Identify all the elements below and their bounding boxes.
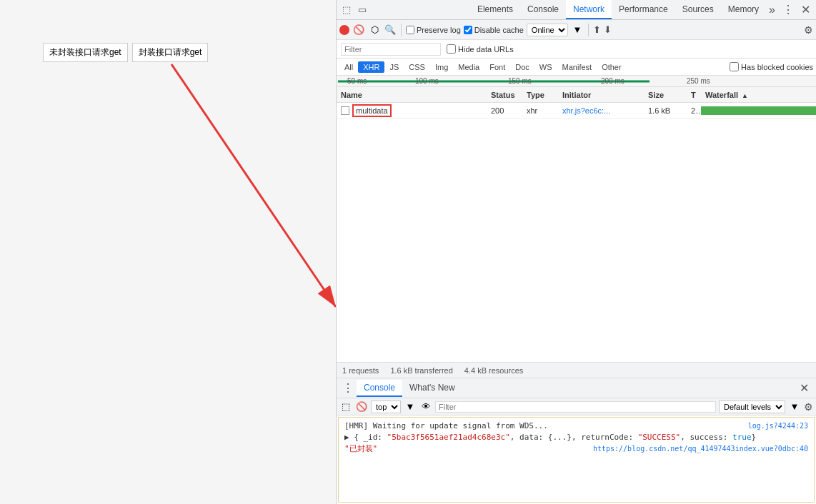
type-tab-font[interactable]: Font	[484, 61, 510, 73]
console-output: [HMR] Waiting for update signal from WDS…	[338, 417, 815, 503]
timeline-label-250: 250 ms	[687, 77, 710, 85]
th-status[interactable]: Status	[487, 91, 522, 99]
console-level-select[interactable]: Default levels	[719, 400, 785, 413]
timeline-label-50: 50 ms	[347, 77, 367, 85]
encapsulated-btn[interactable]: 封装接口请求get	[132, 43, 209, 62]
context-arrow-icon[interactable]: ▼	[404, 400, 417, 413]
tab-console[interactable]: Console	[520, 0, 566, 19]
table-header: Name Status Type Initiator Size T Waterf…	[337, 87, 816, 103]
timeline-label-100: 100 ms	[415, 77, 439, 85]
filter-icon[interactable]: ⬡	[368, 24, 381, 36]
waterfall-sort-icon: ▲	[742, 92, 748, 99]
th-waterfall[interactable]: Waterfall ▲	[701, 91, 816, 99]
console-eye-icon[interactable]: 👁	[419, 400, 432, 413]
tabs-right: » ⋮ ✕	[766, 3, 813, 16]
console-line-3-ref: https://blog.csdn.net/qq_41497443	[593, 443, 735, 455]
status-requests: 1 requests	[342, 366, 379, 375]
divider1	[401, 24, 402, 36]
levels-arrow-icon[interactable]: ▼	[788, 400, 801, 413]
tab-network[interactable]: Network	[566, 0, 612, 19]
hide-data-urls-label[interactable]: Hide data URLs	[447, 44, 514, 54]
td-initiator: xhr.js?ec6c:...	[558, 106, 644, 115]
waterfall-bar	[701, 106, 816, 115]
type-tab-ws[interactable]: WS	[534, 61, 557, 73]
console-line-1: [HMR] Waiting for update signal from WDS…	[344, 420, 808, 432]
timeline-bar: 50 ms 100 ms 150 ms 200 ms 250 ms	[337, 76, 816, 87]
clear-icon[interactable]: 🚫	[352, 24, 365, 36]
td-type: xhr	[522, 106, 558, 115]
console-line-2: ▶ { _id: "5bac3f5651aef21ad4c68e3c", dat…	[344, 432, 808, 443]
filter-bar: Hide data URLs	[337, 40, 816, 59]
preserve-log-label[interactable]: Preserve log	[406, 26, 461, 34]
console-settings-icon[interactable]: ⚙	[804, 401, 813, 413]
preserve-log-checkbox[interactable]	[406, 26, 414, 34]
type-tab-img[interactable]: Img	[430, 61, 453, 73]
disable-cache-label[interactable]: Disable cache	[464, 26, 524, 34]
type-tab-all[interactable]: All	[339, 61, 358, 73]
bottom-tab-bar: ⋮ Console What's New ✕	[337, 378, 816, 398]
type-tab-css[interactable]: CSS	[404, 61, 430, 73]
bottom-tab-whatsnew[interactable]: What's New	[402, 380, 462, 397]
type-tab-doc[interactable]: Doc	[510, 61, 534, 73]
throttle-arrow-icon[interactable]: ▼	[571, 24, 584, 36]
type-tab-js[interactable]: JS	[384, 61, 404, 73]
page-area: 未封装接口请求get 封装接口请求get	[0, 0, 336, 504]
td-t: 2.	[687, 106, 701, 115]
svg-line-1	[171, 64, 336, 307]
console-context-select[interactable]: top	[371, 400, 401, 413]
divider2	[588, 24, 589, 36]
tab-sources[interactable]: Sources	[675, 0, 721, 19]
table-body: multidata 200 xhr xhr.js?ec6c:... 1.6 kB…	[337, 103, 816, 362]
network-settings-icon[interactable]: ⚙	[804, 24, 813, 36]
devtools-more-icon[interactable]: ⋮	[780, 3, 797, 16]
bottom-panel-dot-icon[interactable]: ⋮	[339, 381, 357, 395]
console-filter-input[interactable]	[435, 401, 716, 413]
bottom-tab-console[interactable]: Console	[357, 380, 402, 397]
type-tab-manifest[interactable]: Manifest	[557, 61, 597, 73]
th-t[interactable]: T	[687, 91, 701, 99]
has-blocked-checkbox[interactable]	[730, 62, 739, 71]
devtools-close-icon[interactable]: ✕	[798, 3, 813, 16]
td-name: multidata	[337, 104, 487, 117]
type-tab-media[interactable]: Media	[453, 61, 484, 73]
throttle-select[interactable]: Online	[527, 24, 568, 36]
device-icon[interactable]: ▭	[355, 3, 369, 17]
type-tab-xhr[interactable]: XHR	[358, 61, 384, 73]
tab-memory[interactable]: Memory	[721, 0, 766, 19]
filter-input[interactable]	[341, 43, 441, 56]
console-stop-icon[interactable]: 🚫	[355, 400, 368, 413]
status-resources: 4.4 kB resources	[464, 366, 524, 375]
has-blocked-label[interactable]: Has blocked cookies	[730, 62, 813, 71]
row-checkbox[interactable]	[341, 106, 349, 115]
tab-performance[interactable]: Performance	[612, 0, 675, 19]
console-line-2-ref: index.vue?0dbc:40	[735, 443, 808, 455]
th-initiator[interactable]: Initiator	[558, 91, 644, 99]
devtools-panel: ⬚ ▭ Elements Console Network Performance…	[336, 0, 816, 504]
network-toolbar: 🚫 ⬡ 🔍 Preserve log Disable cache Online …	[337, 20, 816, 40]
more-tabs-icon[interactable]: »	[766, 4, 778, 16]
disable-cache-checkbox[interactable]	[464, 26, 472, 34]
status-transferred: 1.6 kB transferred	[390, 366, 452, 375]
unencapsulated-btn[interactable]: 未封装接口请求get	[43, 43, 128, 62]
devtools-tab-bar: ⬚ ▭ Elements Console Network Performance…	[337, 0, 816, 20]
td-size: 1.6 kB	[644, 106, 687, 115]
import-icon[interactable]: ⬆	[593, 24, 601, 35]
table-row[interactable]: multidata 200 xhr xhr.js?ec6c:... 1.6 kB…	[337, 103, 816, 119]
bottom-close-icon[interactable]: ✕	[795, 381, 813, 395]
record-button[interactable]	[339, 25, 349, 35]
type-filter-bar: All XHR JS CSS Img Media Font Doc WS Man…	[337, 59, 816, 76]
tab-elements[interactable]: Elements	[470, 0, 520, 19]
devtools-tab-icons: ⬚ ▭	[339, 3, 369, 17]
console-line-1-ref: log.js?4244:23	[748, 420, 808, 432]
timeline-label-200: 200 ms	[601, 77, 625, 85]
console-clear-icon[interactable]: ⬚	[339, 400, 352, 413]
search-icon[interactable]: 🔍	[384, 24, 397, 36]
row-name-highlighted: multidata	[352, 104, 392, 117]
th-name[interactable]: Name	[337, 91, 487, 99]
type-tab-other[interactable]: Other	[597, 61, 627, 73]
hide-data-urls-checkbox[interactable]	[447, 44, 456, 54]
export-icon[interactable]: ⬇	[604, 24, 612, 35]
th-type[interactable]: Type	[522, 91, 558, 99]
cursor-icon[interactable]: ⬚	[339, 3, 354, 17]
th-size[interactable]: Size	[644, 91, 687, 99]
